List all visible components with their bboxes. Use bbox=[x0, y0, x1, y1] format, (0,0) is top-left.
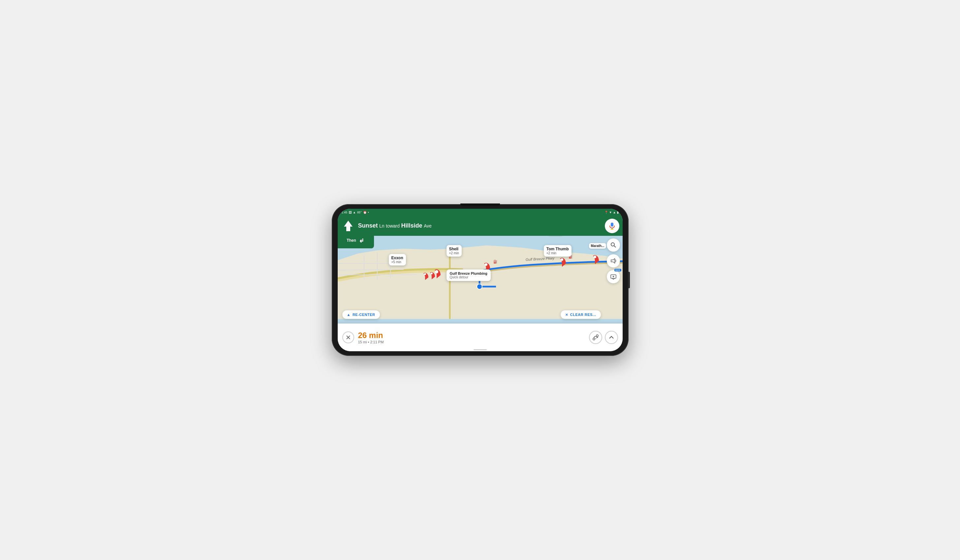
recenter-arrow-icon: ▲ bbox=[347, 313, 350, 317]
shell-time: +2 min bbox=[449, 251, 459, 255]
shell-name: Shell bbox=[449, 247, 459, 251]
volume-button[interactable] bbox=[607, 254, 620, 267]
time-display: 1:45 bbox=[342, 211, 347, 214]
status-right: 📍 ▼ ▲ ▮ bbox=[605, 211, 619, 214]
status-left: 1:45 🖼 ▲ 85° ⏰ • bbox=[342, 211, 369, 214]
svg-rect-1 bbox=[611, 222, 613, 227]
direction-text: Sunset Ln toward Hillside Ave bbox=[355, 222, 605, 230]
new-badge: NEW bbox=[614, 269, 621, 271]
volume-icon bbox=[610, 258, 616, 264]
navigation-icon: ▲ bbox=[353, 211, 356, 214]
svg-marker-0 bbox=[344, 221, 352, 231]
detour-name: Gulf Breeze Plumbing bbox=[450, 271, 487, 275]
clear-x-icon: ✕ bbox=[565, 313, 568, 317]
search-button[interactable] bbox=[607, 238, 620, 252]
tomthumb-card[interactable]: Tom Thumb +2 min bbox=[544, 245, 571, 257]
phone-screen: 1:45 🖼 ▲ 85° ⏰ • 📍 ▼ ▲ ▮ Sunset bbox=[338, 209, 622, 351]
phone-top-button bbox=[460, 203, 500, 206]
swipe-handle bbox=[474, 349, 487, 350]
svg-point-12 bbox=[594, 256, 596, 258]
routes-button[interactable] bbox=[589, 331, 602, 344]
toward-label: toward bbox=[386, 223, 400, 229]
direction-arrow bbox=[341, 219, 355, 233]
svg-marker-17 bbox=[611, 259, 615, 263]
location-icon: 📍 bbox=[605, 211, 608, 214]
trip-info: 26 min 15 mi • 2:11 PM bbox=[354, 331, 589, 344]
detour-sub: Quick detour bbox=[450, 275, 487, 279]
bottom-actions bbox=[589, 331, 618, 344]
exxon-time: +5 min bbox=[392, 260, 403, 264]
svg-point-7 bbox=[435, 270, 438, 274]
signal-icon: ▲ bbox=[613, 211, 616, 214]
exxon-name: Exxon bbox=[392, 256, 403, 260]
wifi-icon: ▼ bbox=[609, 211, 612, 214]
clear-results-button[interactable]: ✕ CLEAR RES... bbox=[561, 310, 600, 319]
temp-display: 85° bbox=[357, 211, 362, 214]
distance-value: 15 mi bbox=[358, 340, 367, 344]
routes-icon bbox=[593, 334, 598, 340]
street-name: Sunset bbox=[358, 222, 378, 229]
svg-point-8 bbox=[485, 263, 487, 266]
expand-button[interactable] bbox=[605, 331, 618, 344]
status-bar: 1:45 🖼 ▲ 85° ⏰ • 📍 ▼ ▲ ▮ bbox=[338, 209, 622, 216]
arrival-time: 2:11 PM bbox=[370, 340, 384, 344]
marathon-name: Marath... bbox=[590, 244, 604, 248]
close-button[interactable] bbox=[342, 331, 354, 343]
exxon-card[interactable]: Exxon +5 min bbox=[389, 254, 406, 266]
right-buttons-panel: NEW bbox=[607, 238, 620, 283]
then-label: Then bbox=[347, 238, 356, 243]
svg-text:⛽: ⛽ bbox=[493, 259, 498, 264]
tomthumb-time: +2 min bbox=[546, 251, 569, 255]
marathon-label: Marath... bbox=[589, 243, 606, 249]
svg-line-16 bbox=[614, 246, 616, 247]
recenter-label: RE-CENTER bbox=[352, 313, 375, 317]
svg-point-14 bbox=[431, 272, 433, 274]
microphone-button[interactable] bbox=[605, 219, 619, 233]
chevron-up-icon bbox=[608, 334, 614, 340]
shell-card[interactable]: Shell +2 min bbox=[446, 245, 462, 257]
trip-details: 15 mi • 2:11 PM bbox=[358, 340, 589, 344]
detour-card[interactable]: Gulf Breeze Plumbing Quick detour bbox=[446, 269, 491, 281]
bottom-bar: 26 min 15 mi • 2:11 PM bbox=[338, 323, 622, 351]
close-icon bbox=[346, 335, 350, 340]
phone-side-button bbox=[628, 272, 630, 288]
recenter-button[interactable]: ▲ RE-CENTER bbox=[342, 310, 380, 319]
search-icon bbox=[610, 242, 616, 248]
cross-street-name: Hillside bbox=[401, 222, 422, 229]
svg-point-13 bbox=[424, 273, 426, 275]
navigation-header: Sunset Ln toward Hillside Ave bbox=[338, 216, 622, 236]
tomthumb-name: Tom Thumb bbox=[546, 247, 569, 251]
phone-frame: 1:45 🖼 ▲ 85° ⏰ • 📍 ▼ ▲ ▮ Sunset bbox=[332, 204, 629, 356]
alarm-icon: ⏰ bbox=[363, 211, 367, 214]
battery-icon: ▮ bbox=[617, 211, 619, 214]
separator-dot: • bbox=[368, 340, 369, 344]
street-type-label: Ln bbox=[379, 223, 384, 229]
clear-label: CLEAR RES... bbox=[570, 313, 596, 317]
add-message-icon bbox=[610, 274, 616, 280]
cross-type-label: Ave bbox=[424, 223, 432, 229]
photo-icon: 🖼 bbox=[349, 211, 352, 214]
svg-point-15 bbox=[611, 243, 614, 246]
share-button[interactable]: NEW bbox=[607, 270, 620, 283]
svg-point-10 bbox=[561, 258, 563, 261]
dot-indicator: • bbox=[368, 211, 369, 214]
svg-point-5 bbox=[477, 284, 482, 289]
turn-arrow-icon bbox=[358, 237, 365, 244]
trip-time: 26 min bbox=[358, 331, 589, 340]
